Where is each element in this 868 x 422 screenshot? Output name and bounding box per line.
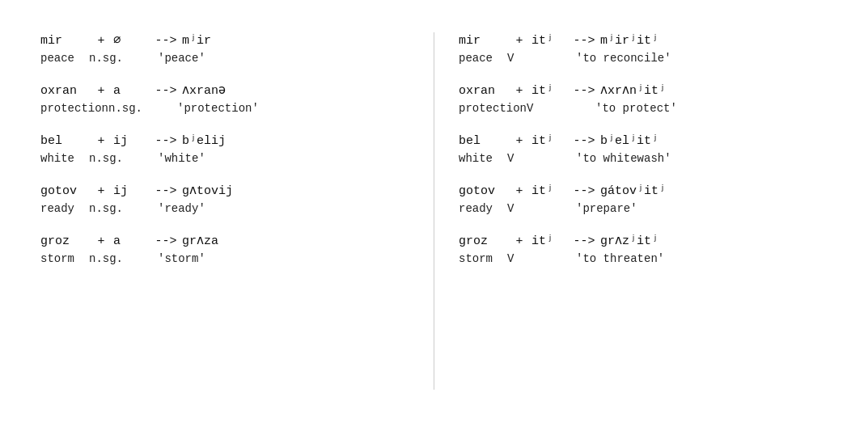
formula-row: oxran+a-->ʌxranə — [40, 82, 409, 101]
gloss-root: storm — [459, 251, 507, 268]
gloss-suffix: n.sg. — [89, 201, 125, 217]
entry: mir+∅-->mʲirpeacen.sg.'peace' — [40, 32, 409, 66]
entry: bel+ij-->bʲelijwhiten.sg.'white' — [40, 133, 409, 167]
formula-result: bʲelij — [182, 133, 263, 151]
formula-suffix: ∅ — [113, 32, 150, 51]
gloss-suffix: V — [507, 151, 544, 167]
formula-plus: + — [507, 82, 531, 101]
formula-root: gotov — [40, 183, 89, 201]
formula-suffix: itʲ — [531, 82, 568, 101]
column-divider — [434, 32, 434, 390]
gloss-root: ready — [40, 201, 89, 217]
gloss-root: storm — [40, 251, 89, 268]
gloss-root: peace — [40, 51, 89, 67]
formula-root: bel — [40, 133, 89, 151]
formula-row: bel+ij-->bʲelij — [40, 133, 409, 151]
gloss-suffix: n.sg. — [89, 51, 125, 67]
gloss-row: peacen.sg.'peace' — [40, 51, 409, 67]
formula-result: ʌxrʌnʲitʲ — [600, 82, 681, 101]
formula-suffix: itʲ — [531, 133, 568, 151]
formula-suffix: itʲ — [531, 233, 568, 251]
formula-plus: + — [89, 183, 113, 201]
gloss-meaning: 'storm' — [158, 251, 205, 268]
entry: mir+itʲ-->mʲirʲitʲpeaceV'to reconcile' — [459, 32, 828, 66]
gloss-row: peaceV'to reconcile' — [459, 51, 828, 67]
gloss-suffix: V — [507, 251, 544, 268]
formula-arrow: --> — [150, 82, 182, 101]
gloss-row: whiteV'to whitewash' — [459, 151, 828, 167]
gloss-row: protectionn.sg.'protection' — [40, 101, 409, 117]
formula-result: bʲelʲitʲ — [600, 133, 681, 151]
formula-plus: + — [507, 32, 531, 51]
formula-result: grʌzʲitʲ — [600, 233, 681, 251]
gloss-suffix: n.sg. — [89, 251, 125, 268]
left-column: mir+∅-->mʲirpeacen.sg.'peace'oxran+a-->ʌ… — [24, 32, 426, 390]
formula-result: grʌza — [182, 233, 263, 251]
formula-suffix: ij — [113, 183, 150, 201]
formula-suffix: a — [113, 82, 150, 101]
formula-result: mʲirʲitʲ — [600, 32, 681, 51]
gloss-meaning: 'to whitewash' — [576, 151, 671, 167]
entry: gotov+ij-->gʌtovijreadyn.sg.'ready' — [40, 183, 409, 217]
formula-suffix: ij — [113, 133, 150, 151]
gloss-meaning: 'peace' — [158, 51, 205, 67]
entry: groz+a-->grʌzastormn.sg.'storm' — [40, 233, 409, 267]
gloss-meaning: 'to protect' — [595, 101, 677, 117]
gloss-suffix: V — [527, 101, 563, 117]
formula-plus: + — [89, 133, 113, 151]
formula-result: mʲir — [182, 32, 263, 51]
formula-row: bel+itʲ-->bʲelʲitʲ — [459, 133, 828, 151]
formula-result: gʌtovij — [182, 183, 263, 201]
entry: groz+itʲ-->grʌzʲitʲstormV'to threaten' — [459, 233, 828, 267]
gloss-meaning: 'to reconcile' — [576, 51, 671, 67]
gloss-root: ready — [459, 201, 507, 217]
gloss-row: readyn.sg.'ready' — [40, 201, 409, 217]
gloss-meaning: 'prepare' — [576, 201, 637, 217]
formula-plus: + — [89, 32, 113, 51]
entry: gotov+itʲ-->gátovʲitʲreadyV'prepare' — [459, 183, 828, 217]
formula-plus: + — [89, 82, 113, 101]
entry: oxran+a-->ʌxranəprotectionn.sg.'protecti… — [40, 82, 409, 116]
formula-arrow: --> — [150, 32, 182, 51]
gloss-suffix: n.sg. — [89, 151, 125, 167]
gloss-suffix: n.sg. — [108, 101, 145, 117]
gloss-root: white — [459, 151, 507, 167]
formula-arrow: --> — [150, 233, 182, 251]
gloss-row: stormV'to threaten' — [459, 251, 828, 268]
formula-row: oxran+itʲ-->ʌxrʌnʲitʲ — [459, 82, 828, 101]
formula-plus: + — [507, 133, 531, 151]
formula-root: mir — [40, 32, 89, 51]
formula-row: mir+∅-->mʲir — [40, 32, 409, 51]
right-column: mir+itʲ-->mʲirʲitʲpeaceV'to reconcile'ox… — [442, 32, 844, 390]
gloss-row: whiten.sg.'white' — [40, 151, 409, 167]
formula-arrow: --> — [568, 133, 600, 151]
formula-root: oxran — [459, 82, 507, 101]
gloss-root: protection — [459, 101, 527, 117]
formula-root: mir — [459, 32, 507, 51]
gloss-row: readyV'prepare' — [459, 201, 828, 217]
formula-arrow: --> — [150, 183, 182, 201]
formula-root: oxran — [40, 82, 89, 101]
gloss-root: white — [40, 151, 89, 167]
formula-row: groz+a-->grʌza — [40, 233, 409, 251]
formula-suffix: a — [113, 233, 150, 251]
formula-plus: + — [507, 183, 531, 201]
formula-arrow: --> — [568, 183, 600, 201]
gloss-meaning: 'protection' — [177, 101, 259, 117]
formula-row: groz+itʲ-->grʌzʲitʲ — [459, 233, 828, 251]
gloss-row: protectionV'to protect' — [459, 101, 828, 117]
formula-arrow: --> — [150, 133, 182, 151]
formula-row: gotov+ij-->gʌtovij — [40, 183, 409, 201]
formula-suffix: itʲ — [531, 32, 568, 51]
formula-arrow: --> — [568, 233, 600, 251]
page-container: mir+∅-->mʲirpeacen.sg.'peace'oxran+a-->ʌ… — [0, 0, 868, 422]
formula-root: gotov — [459, 183, 507, 201]
gloss-suffix: V — [507, 201, 544, 217]
formula-root: groz — [40, 233, 89, 251]
formula-plus: + — [89, 233, 113, 251]
gloss-meaning: 'white' — [158, 151, 205, 167]
gloss-row: stormn.sg.'storm' — [40, 251, 409, 268]
formula-arrow: --> — [568, 82, 600, 101]
formula-row: mir+itʲ-->mʲirʲitʲ — [459, 32, 828, 51]
formula-root: groz — [459, 233, 507, 251]
